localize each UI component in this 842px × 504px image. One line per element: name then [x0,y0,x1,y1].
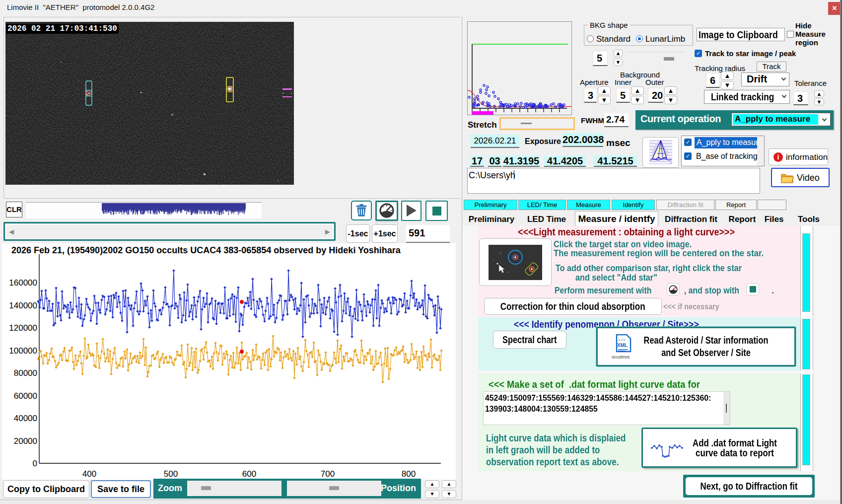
svg-text:160000: 160000 [9,278,37,288]
svg-text:</>: </> [618,338,626,342]
svg-text:700: 700 [321,469,335,479]
svg-text:0: 0 [33,459,37,468]
svg-text:800: 800 [402,469,416,479]
svg-text:120000: 120000 [9,323,37,333]
svg-text:500: 500 [164,469,178,479]
svg-text:60000: 60000 [14,391,37,401]
svg-text:400: 400 [82,469,96,479]
svg-text:XML: XML [617,343,628,348]
svg-text:100000: 100000 [9,346,37,356]
svg-text:40000: 40000 [14,414,37,423]
svg-text:600: 600 [242,469,256,479]
svg-text:80000: 80000 [14,368,37,378]
svg-text:20000: 20000 [14,436,37,446]
svg-text:140000: 140000 [9,301,37,310]
